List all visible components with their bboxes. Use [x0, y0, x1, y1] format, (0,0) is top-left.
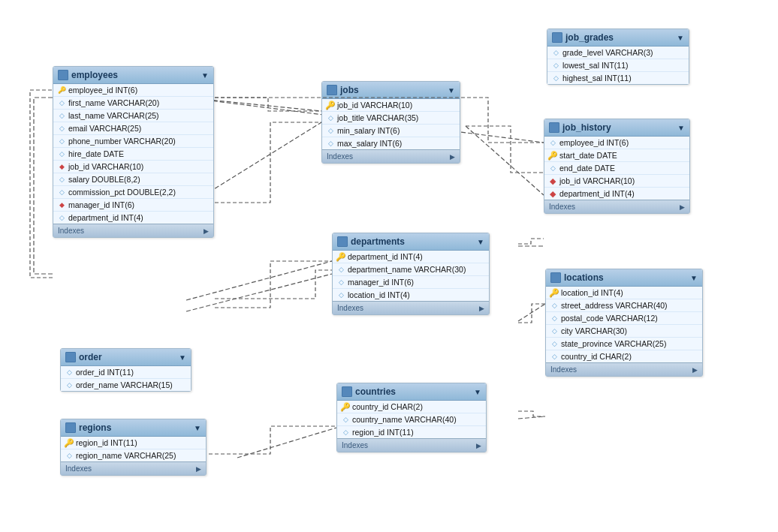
indexes-arrow: ▶ — [680, 203, 685, 211]
field-label: min_salary INT(6) — [337, 126, 400, 135]
job-history-indexes-row[interactable]: Indexes ▶ — [544, 200, 689, 213]
diamond-icon: ◇ — [58, 150, 65, 158]
countries-indexes-row[interactable]: Indexes ▶ — [337, 438, 486, 452]
departments-table-body: 🔑 department_id INT(4) ◇ department_name… — [333, 251, 489, 301]
table-row: ◇ last_name VARCHAR(25) — [53, 110, 213, 122]
diagram-canvas: employees ▼ 🔑 employee_id INT(6) ◇ first… — [0, 0, 778, 532]
jobs-table-body: 🔑 job_id VARCHAR(10) ◇ job_title VARCHAR… — [322, 99, 460, 149]
jobs-table-name: jobs — [340, 85, 445, 95]
job-grades-table-body: ◇ grade_level VARCHAR(3) ◇ lowest_sal IN… — [547, 47, 689, 84]
diamond-icon: ◇ — [58, 176, 65, 183]
table-row: 🔑 employee_id INT(6) — [53, 84, 213, 97]
indexes-label: Indexes — [337, 304, 363, 312]
field-label: email VARCHAR(25) — [68, 124, 141, 133]
regions-table-arrow: ▼ — [194, 424, 201, 432]
diamond-icon: ◇ — [337, 278, 345, 286]
field-label: manager_id INT(6) — [68, 200, 134, 209]
job-history-table-header[interactable]: job_history ▼ — [544, 119, 689, 137]
diamond-icon: ◇ — [337, 266, 345, 273]
field-label: location_id INT(4) — [348, 290, 410, 299]
field-label: state_province VARCHAR(25) — [561, 339, 666, 348]
countries-table: countries ▼ 🔑 country_id CHAR(2) ◇ count… — [336, 383, 487, 452]
employees-table-arrow: ▼ — [201, 71, 209, 80]
table-row: ◆ job_id VARCHAR(10) — [544, 175, 689, 188]
diamond-red-icon: ◆ — [58, 201, 65, 209]
svg-line-4 — [186, 261, 332, 300]
diamond-icon: ◇ — [327, 114, 334, 122]
field-label: commission_pct DOUBLE(2,2) — [68, 188, 176, 197]
field-label: country_id CHAR(2) — [352, 402, 423, 411]
job-history-table: job_history ▼ ◇ employee_id INT(6) 🔑 sta… — [544, 119, 690, 214]
table-row: ◇ end_date DATE — [544, 162, 689, 175]
diamond-red-icon: ◆ — [58, 163, 65, 170]
indexes-arrow: ▶ — [479, 305, 484, 312]
field-label: region_name VARCHAR(25) — [76, 451, 176, 460]
svg-line-6 — [518, 304, 545, 321]
locations-indexes-row[interactable]: Indexes ▶ — [546, 362, 702, 376]
jobs-table-icon — [327, 85, 337, 95]
key-icon: 🔑 — [58, 86, 65, 94]
employees-table-body: 🔑 employee_id INT(6) ◇ first_name VARCHA… — [53, 84, 213, 224]
job-history-table-icon — [549, 122, 559, 133]
table-row: ◇ manager_id INT(6) — [333, 276, 489, 289]
table-row: ◇ department_name VARCHAR(30) — [333, 263, 489, 276]
field-label: first_name VARCHAR(20) — [68, 98, 159, 107]
table-row: ◇ country_id CHAR(2) — [546, 350, 702, 362]
diamond-icon: ◇ — [65, 452, 73, 459]
field-label: end_date DATE — [559, 164, 615, 173]
diamond-red-icon: ◆ — [549, 177, 556, 185]
diamond-icon: ◇ — [550, 353, 558, 360]
job-grades-table: job_grades ▼ ◇ grade_level VARCHAR(3) ◇ … — [547, 29, 689, 85]
diamond-icon: ◇ — [550, 302, 558, 309]
diamond-icon: ◇ — [550, 340, 558, 347]
field-label: job_id VARCHAR(10) — [68, 162, 143, 171]
departments-table-header[interactable]: departments ▼ — [333, 233, 489, 251]
departments-table-arrow: ▼ — [477, 238, 484, 246]
regions-table: regions ▼ 🔑 region_id INT(11) ◇ region_n… — [60, 419, 207, 476]
table-row: 🔑 country_id CHAR(2) — [337, 401, 486, 413]
locations-table: locations ▼ 🔑 location_id INT(4) ◇ stree… — [545, 269, 703, 377]
regions-indexes-row[interactable]: Indexes ▶ — [61, 461, 206, 475]
field-label: order_id INT(11) — [76, 368, 134, 377]
table-row: 🔑 department_id INT(4) — [333, 251, 489, 263]
table-row: ◇ postal_code VARCHAR(12) — [546, 312, 702, 325]
diamond-icon: ◇ — [552, 62, 559, 69]
field-label: region_id INT(11) — [76, 438, 137, 447]
table-row: ◇ hire_date DATE — [53, 148, 213, 161]
svg-line-7 — [518, 416, 545, 419]
departments-table: departments ▼ 🔑 department_id INT(4) ◇ d… — [332, 233, 490, 315]
field-label: department_name VARCHAR(30) — [348, 265, 466, 274]
key-icon: 🔑 — [550, 289, 558, 296]
countries-table-body: 🔑 country_id CHAR(2) ◇ country_name VARC… — [337, 401, 486, 438]
employees-table-header[interactable]: employees ▼ — [53, 67, 213, 84]
job-grades-table-name: job_grades — [565, 32, 674, 43]
field-label: hire_date DATE — [68, 149, 124, 158]
locations-table-header[interactable]: locations ▼ — [546, 269, 702, 287]
indexes-arrow: ▶ — [692, 366, 698, 374]
indexes-arrow: ▶ — [196, 465, 201, 473]
countries-table-header[interactable]: countries ▼ — [337, 383, 486, 401]
order-table-header[interactable]: order ▼ — [61, 349, 191, 366]
locations-table-arrow: ▼ — [690, 274, 698, 282]
employees-table: employees ▼ 🔑 employee_id INT(6) ◇ first… — [53, 66, 214, 238]
jobs-indexes-row[interactable]: Indexes ▶ — [322, 149, 460, 163]
field-label: location_id INT(4) — [561, 288, 623, 297]
employees-indexes-row[interactable]: Indexes ▶ — [53, 224, 213, 237]
table-row: 🔑 location_id INT(4) — [546, 287, 702, 299]
indexes-label: Indexes — [550, 365, 577, 374]
departments-indexes-row[interactable]: Indexes ▶ — [333, 301, 489, 314]
diamond-icon: ◇ — [58, 137, 65, 145]
diamond-red-icon: ◇ — [549, 164, 556, 172]
svg-line-9 — [186, 274, 332, 311]
diamond-icon: ◇ — [65, 381, 73, 389]
field-label: department_id INT(4) — [348, 252, 423, 261]
jobs-table-header[interactable]: jobs ▼ — [322, 82, 460, 99]
order-table-body: ◇ order_id INT(11) ◇ order_name VARCHAR(… — [61, 366, 191, 391]
field-label: region_id INT(11) — [352, 428, 414, 437]
regions-table-header[interactable]: regions ▼ — [61, 419, 206, 437]
job-grades-table-header[interactable]: job_grades ▼ — [547, 29, 689, 47]
diamond-icon: ◇ — [327, 127, 334, 134]
field-label: phone_number VARCHAR(20) — [68, 137, 176, 146]
job-history-table-body: ◇ employee_id INT(6) 🔑 start_date DATE ◇… — [544, 137, 689, 200]
diamond-icon: ◇ — [552, 74, 559, 82]
